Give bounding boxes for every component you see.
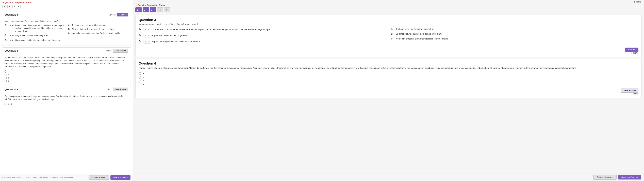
- left-q4-option-label-0: 3: [8, 70, 9, 73]
- right-q3-matching: C. ∨ Lorem ipsum dolor sit amet, consect…: [138, 28, 638, 46]
- left-q5-option-0[interactable]: B1.6: [4, 103, 128, 105]
- right-q3-save-area: Saved: [138, 48, 638, 52]
- right-q4-radio-2[interactable]: [138, 80, 141, 83]
- right-q4-radio-0[interactable]: [138, 72, 141, 75]
- left-q3-left-dropdown-2[interactable]: ∨: [8, 39, 14, 42]
- right-q3-left-text-2: Sapien nec sagittis aliquam malesuada bi…: [152, 40, 200, 43]
- right-q4-option-0[interactable]: 3: [138, 72, 638, 75]
- right-q3-left-dropdown-2[interactable]: ∨: [143, 40, 150, 43]
- left-submit-btn[interactable]: Save and Submit: [110, 175, 130, 180]
- left-q3-left-dropdown-0[interactable]: ∨: [8, 24, 14, 27]
- right-content: Question 3 Match each case with the corr…: [133, 13, 644, 181]
- right-q3-right-letter-0: A.: [391, 28, 394, 30]
- right-submit-btn[interactable]: Save and Submit: [618, 175, 641, 180]
- left-q4-save-btn[interactable]: Save Answer: [113, 49, 128, 53]
- right-q3-left-dropdown-0[interactable]: ∨: [143, 28, 150, 31]
- right-status-btn-1[interactable]: 1 ✓: [135, 7, 142, 12]
- right-q4-radio-1[interactable]: [138, 76, 141, 79]
- left-prev-btn[interactable]: ◀: [2, 5, 7, 8]
- right-question-4-card: Question 4 Porttitor massa id neque aliq…: [135, 59, 642, 98]
- right-status-icons: 1 ✓ 2 ✓ 3 ✓ 4 5: [135, 7, 642, 12]
- left-q4-radio-2[interactable]: [4, 77, 7, 79]
- right-q3-right-item-2: C. Non enim praesent elementum facilisis…: [391, 37, 638, 40]
- right-q4-option-2[interactable]: 5: [138, 80, 638, 83]
- left-q5-checkbox-0[interactable]: [4, 103, 7, 105]
- right-q3-left-item-2: A. ∨ Sapien nec sagittis aliquam malesua…: [138, 40, 386, 43]
- right-q3-left-text-0: Lorem ipsum dolor sit amet, consectetur …: [152, 28, 270, 31]
- left-q4-option-2[interactable]: 5: [4, 77, 128, 79]
- right-status-btn-5[interactable]: 5: [164, 7, 170, 12]
- right-q3-right-item-1: B. Sit amet dictum sit amet justo donec …: [391, 33, 638, 35]
- left-q3-right-item-2: C. Non enim praesent elementum facilisis…: [68, 32, 128, 34]
- right-q3-title: Question 3: [138, 18, 638, 22]
- left-footer: Click Save and Submit to save and submit…: [0, 174, 133, 181]
- right-q3-left-letter-1: B.: [138, 34, 142, 36]
- right-q4-radio-3[interactable]: [138, 84, 141, 86]
- left-q5-options: B1.6: [4, 103, 128, 105]
- left-q3-left-dropdown-1[interactable]: ∨: [8, 34, 14, 37]
- left-question-3-card: QUESTION 3 1 points Saved Match each cas…: [2, 11, 131, 46]
- right-q4-save-area: Save Answer: [138, 88, 638, 93]
- left-footer-hint: Click Save and Submit to save and submit…: [2, 177, 74, 179]
- left-q4-option-3[interactable]: 6: [4, 80, 128, 82]
- right-status-btn-4[interactable]: 4: [157, 7, 163, 12]
- left-q4-body: Porttitor massa id neque aliquam vestibu…: [2, 54, 131, 84]
- left-q3-title: QUESTION 3: [4, 14, 18, 16]
- right-q4-option-1[interactable]: 4: [138, 76, 638, 79]
- left-q3-matching-right: A. Tristique risus nec feugiat in fermen…: [68, 24, 128, 43]
- left-question-4-card: QUESTION 4 1 points Save Answer Porttito…: [2, 47, 131, 84]
- left-save-all-btn[interactable]: Save All Answers: [88, 175, 109, 180]
- right-status-btn-3[interactable]: 3 ✓: [150, 7, 156, 12]
- left-q5-header: QUESTION 5 1 points Save Answer: [2, 86, 131, 93]
- right-q4-options: 3 4 5 6: [138, 72, 638, 86]
- right-q3-left-item-0: C. ∨ Lorem ipsum dolor sit amet, consect…: [138, 28, 386, 31]
- left-q4-radio-0[interactable]: [4, 70, 7, 73]
- right-save-all-btn[interactable]: Save All Answers: [593, 175, 616, 180]
- right-q4-option-label-3: 6: [143, 84, 144, 86]
- left-q4-option-0[interactable]: 3: [4, 70, 128, 73]
- right-q4-option-label-0: 3: [143, 72, 144, 75]
- left-q3-left-item-1: B. ∨ Augue lacus viverra vitae congue eu: [4, 34, 65, 37]
- left-status-num-4[interactable]: 4: [12, 5, 16, 8]
- left-q4-radio-3[interactable]: [4, 80, 7, 82]
- right-q3-matching-right: A. Tristique risus nec feugiat in fermen…: [391, 28, 638, 46]
- left-q3-body: Match each case with the correct type of…: [2, 18, 131, 45]
- right-q4-option-3[interactable]: 6: [138, 84, 638, 86]
- left-q4-option-label-2: 5: [8, 77, 9, 79]
- left-q3-left-item-2: A. ∨ Sapien nec sagittis aliquam malesua…: [4, 39, 65, 42]
- left-q5-option-label-0: B1.6: [8, 103, 12, 105]
- left-q5-body: Faucibus pulvinar elementum integer enim…: [2, 93, 131, 107]
- left-question-5-card: QUESTION 5 1 points Save Answer Faucibus…: [2, 86, 131, 107]
- left-q3-right-item-0: A. Tristique risus nec feugiat in fermen…: [68, 24, 128, 26]
- left-q3-right-letter-2: C.: [68, 32, 71, 34]
- left-status-num-5[interactable]: 5: [17, 5, 20, 8]
- right-q3-right-text-2: Non enim praesent elementum facilisis le…: [396, 37, 448, 40]
- left-q5-text: Faucibus pulvinar elementum integer enim…: [4, 95, 128, 101]
- right-q3-left-dropdown-1[interactable]: ∨: [143, 34, 150, 37]
- left-q4-option-1[interactable]: 4: [4, 73, 128, 76]
- left-q3-left-text-0: Lorem ipsum dolor sit amet, consectetur …: [15, 24, 65, 32]
- left-q3-points: 1 points: [108, 14, 116, 16]
- left-q3-right-letter-1: B.: [68, 28, 71, 30]
- left-q5-points: 1 points: [104, 88, 112, 91]
- left-completion-label: Question Completion Status:: [2, 1, 130, 4]
- left-next-btn[interactable]: ▶: [8, 5, 12, 8]
- left-q3-saved-btn[interactable]: Saved: [117, 13, 128, 16]
- left-panel: Question Completion Status: ◀ ▶ 4 5 QUES…: [0, 0, 133, 181]
- left-q3-instruction: Match each case with the correct type of…: [4, 20, 128, 22]
- left-q4-text: Porttitor massa id neque aliquam vestibu…: [4, 56, 128, 68]
- right-q4-save-btn[interactable]: Save Answer: [620, 88, 638, 93]
- left-q3-header: QUESTION 3 1 points Saved: [2, 12, 131, 18]
- right-q4-text: Porttitor massa id neque aliquam vestibu…: [138, 66, 638, 70]
- left-q5-save-btn[interactable]: Save Answer: [113, 88, 128, 91]
- right-status-btn-2[interactable]: 2 ✓: [142, 7, 149, 12]
- right-q3-saved-btn[interactable]: Saved: [625, 48, 638, 52]
- right-q3-points-note: 1 points: [138, 52, 638, 54]
- right-q4-title: Question 4: [138, 61, 638, 65]
- left-q4-header: QUESTION 4 1 points Save Answer: [2, 48, 131, 54]
- left-q4-radio-1[interactable]: [4, 74, 7, 76]
- right-q3-left-item-1: B. ∨ Augue lacus viverra vitae congue eu: [138, 34, 386, 37]
- right-q3-right-text-1: Sit amet dictum sit amet justo donec eni…: [396, 33, 442, 35]
- left-q3-matching-left: C. ∨ Lorem ipsum dolor sit amet, consect…: [4, 24, 65, 43]
- left-q4-title: QUESTION 4: [4, 50, 18, 52]
